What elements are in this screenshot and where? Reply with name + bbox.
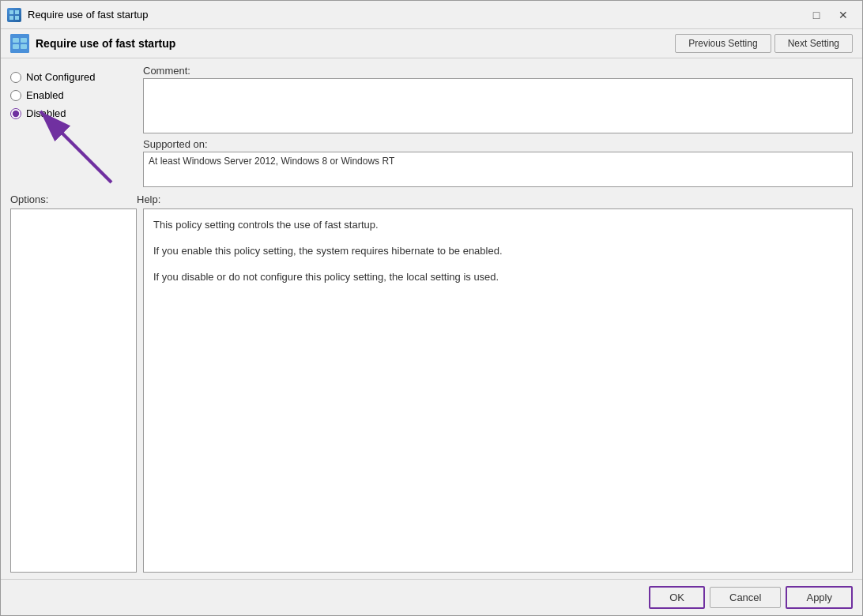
window-title: Require use of fast startup bbox=[28, 9, 804, 21]
title-bar-icon bbox=[7, 8, 21, 22]
previous-setting-button[interactable]: Previous Setting bbox=[675, 34, 771, 53]
nav-buttons: Previous Setting Next Setting bbox=[675, 34, 853, 53]
options-label: Options: bbox=[10, 193, 137, 205]
svg-rect-0 bbox=[9, 10, 13, 14]
policy-icon bbox=[10, 34, 29, 53]
svg-rect-8 bbox=[21, 44, 27, 49]
svg-rect-4 bbox=[10, 34, 29, 53]
enabled-label: Enabled bbox=[26, 89, 64, 101]
right-section: Comment: Supported on: At least Windows … bbox=[143, 65, 853, 187]
help-panel: This policy setting controls the use of … bbox=[143, 208, 853, 573]
apply-button[interactable]: Apply bbox=[786, 586, 853, 609]
window-controls: □ ✕ bbox=[804, 6, 856, 24]
ok-button[interactable]: OK bbox=[649, 586, 705, 609]
svg-rect-6 bbox=[21, 38, 27, 43]
svg-rect-5 bbox=[13, 38, 19, 43]
comment-textarea[interactable] bbox=[143, 78, 853, 133]
not-configured-radio[interactable] bbox=[10, 72, 21, 83]
disabled-option[interactable]: Disabled bbox=[10, 107, 137, 119]
disabled-radio[interactable] bbox=[10, 108, 21, 119]
maximize-button[interactable]: □ bbox=[804, 6, 829, 24]
disabled-label: Disabled bbox=[26, 107, 66, 119]
next-setting-button[interactable]: Next Setting bbox=[774, 34, 853, 53]
cancel-button[interactable]: Cancel bbox=[710, 587, 781, 608]
enabled-radio[interactable] bbox=[10, 90, 21, 101]
main-window: Require use of fast startup □ ✕ Require … bbox=[0, 0, 863, 616]
svg-rect-7 bbox=[13, 44, 19, 49]
svg-rect-3 bbox=[15, 16, 19, 20]
title-bar: Require use of fast startup □ ✕ bbox=[1, 1, 862, 29]
radio-group: Not Configured Enabled Disabled bbox=[10, 65, 137, 187]
not-configured-label: Not Configured bbox=[26, 71, 95, 83]
svg-rect-2 bbox=[9, 16, 13, 20]
bottom-panels: This policy setting controls the use of … bbox=[10, 208, 853, 573]
header-bar: Require use of fast startup Previous Set… bbox=[1, 29, 862, 58]
help-label: Help: bbox=[137, 193, 853, 205]
dialog-title: Require use of fast startup bbox=[36, 37, 669, 50]
supported-label: Supported on: bbox=[143, 138, 853, 150]
content-area: Not Configured Enabled Disabled Comment: bbox=[1, 58, 862, 579]
comment-label: Comment: bbox=[143, 65, 853, 77]
enabled-option[interactable]: Enabled bbox=[10, 89, 137, 101]
supported-value: At least Windows Server 2012, Windows 8 … bbox=[143, 152, 853, 187]
supported-field: Supported on: At least Windows Server 20… bbox=[143, 138, 853, 187]
section-labels: Options: Help: bbox=[10, 193, 853, 205]
not-configured-option[interactable]: Not Configured bbox=[10, 71, 137, 83]
footer: OK Cancel Apply bbox=[1, 579, 862, 615]
comment-field: Comment: bbox=[143, 65, 853, 133]
options-panel bbox=[10, 208, 137, 573]
svg-rect-1 bbox=[15, 10, 19, 14]
close-button[interactable]: ✕ bbox=[831, 6, 856, 24]
top-section: Not Configured Enabled Disabled Comment: bbox=[10, 65, 853, 187]
